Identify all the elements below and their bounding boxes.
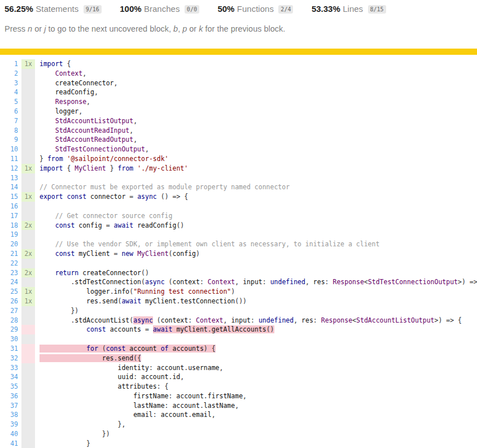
line-number-link[interactable]: 8 bbox=[0, 126, 21, 136]
line-number-link[interactable]: 6 bbox=[0, 107, 21, 116]
line-number-link[interactable]: 10 bbox=[0, 145, 21, 154]
line-number-link[interactable]: 19 bbox=[0, 230, 21, 240]
line-number-link[interactable]: 1 bbox=[0, 59, 21, 69]
token-pln bbox=[40, 127, 55, 134]
token-typ: StdAccountReadInput bbox=[55, 127, 130, 134]
line-number-link[interactable]: 14 bbox=[0, 182, 21, 192]
token-pun: : bbox=[149, 364, 153, 372]
code-line: return createConnector() bbox=[40, 268, 477, 278]
line-coverage-cell bbox=[21, 202, 35, 211]
line-coverage-cell bbox=[21, 79, 35, 88]
line-number-link[interactable]: 34 bbox=[0, 372, 21, 382]
token-pln bbox=[317, 316, 321, 324]
line-number-link[interactable]: 23 bbox=[0, 268, 21, 278]
token-pln bbox=[114, 164, 118, 172]
line-number-link[interactable]: 3 bbox=[0, 79, 21, 88]
code-line: } bbox=[40, 439, 477, 448]
line-hit-count: 1x bbox=[21, 59, 35, 69]
token-pln: res bbox=[309, 278, 325, 286]
source-code-column: import { Context, createConnector, readC… bbox=[35, 59, 477, 448]
token-pun: { bbox=[67, 60, 71, 68]
token-pln bbox=[149, 325, 153, 333]
token-kwd: return bbox=[55, 269, 79, 277]
token-kwd: await bbox=[114, 221, 134, 229]
token-pln bbox=[161, 382, 165, 390]
line-number-link[interactable]: 15 bbox=[0, 192, 21, 202]
line-coverage-cell bbox=[21, 88, 35, 97]
line-number-link[interactable]: 25 bbox=[0, 287, 21, 297]
line-number-link[interactable]: 9 bbox=[0, 135, 21, 145]
token-pun: : bbox=[251, 316, 255, 324]
line-number-link[interactable]: 5 bbox=[0, 97, 21, 107]
token-pun: : bbox=[262, 278, 266, 286]
line-number-link[interactable]: 27 bbox=[0, 306, 21, 316]
line-number-link[interactable]: 39 bbox=[0, 420, 21, 429]
keyboard-hint: Press n or j to go to the next uncovered… bbox=[5, 24, 471, 33]
line-number-link[interactable]: 38 bbox=[0, 410, 21, 420]
line-number-link[interactable]: 33 bbox=[0, 363, 21, 373]
token-pln: createConnector bbox=[40, 79, 114, 87]
line-coverage-cell bbox=[21, 392, 35, 401]
line-number-link[interactable]: 16 bbox=[0, 202, 21, 211]
line-number-link[interactable]: 40 bbox=[0, 429, 21, 439]
line-number-link[interactable]: 22 bbox=[0, 259, 21, 268]
token-typ: MyClient bbox=[137, 250, 168, 258]
token-pln bbox=[40, 440, 86, 447]
line-number-link[interactable]: 41 bbox=[0, 439, 21, 448]
line-number-link[interactable]: 32 bbox=[0, 354, 21, 363]
functions-percentage: 50% bbox=[217, 4, 234, 14]
code-line: }, bbox=[40, 420, 477, 429]
uncovered-statement: ({ bbox=[133, 354, 141, 362]
token-pln: firstName bbox=[208, 392, 243, 400]
code-line: // Use the vendor SDK, or implement own … bbox=[40, 240, 477, 249]
code-line: StdTestConnectionOutput, bbox=[40, 145, 477, 154]
token-pun: , bbox=[305, 278, 309, 286]
uncovered-statement: for bbox=[86, 345, 98, 353]
line-coverage-cell bbox=[21, 182, 35, 192]
shortcut-key: p bbox=[182, 24, 187, 33]
line-number-link[interactable]: 4 bbox=[0, 88, 21, 97]
line-number-link[interactable]: 31 bbox=[0, 344, 21, 354]
line-coverage-cell bbox=[21, 382, 35, 392]
token-pln bbox=[266, 278, 270, 286]
token-pln: id bbox=[172, 373, 180, 381]
branches-fraction-badge: 0/0 bbox=[185, 5, 199, 14]
metric-branches: 100% Branches 0/0 bbox=[120, 4, 199, 14]
line-number-link[interactable]: 37 bbox=[0, 401, 21, 411]
line-number-link[interactable]: 20 bbox=[0, 240, 21, 249]
line-number-link[interactable]: 7 bbox=[0, 116, 21, 126]
line-number-link[interactable]: 35 bbox=[0, 382, 21, 392]
token-pln: uuid bbox=[40, 373, 133, 381]
token-pln bbox=[40, 278, 71, 286]
token-typ: StdAccountListOutput bbox=[356, 316, 434, 324]
line-number-link[interactable]: 13 bbox=[0, 173, 21, 183]
line-number-link[interactable]: 24 bbox=[0, 277, 21, 287]
line-number-link[interactable]: 2 bbox=[0, 69, 21, 79]
line-number-link[interactable]: 36 bbox=[0, 392, 21, 401]
line-coverage-cell bbox=[21, 420, 35, 429]
uncovered-statement: res bbox=[40, 354, 114, 362]
line-number-link[interactable]: 17 bbox=[0, 211, 21, 221]
code-line: identity: account.username, bbox=[40, 363, 477, 373]
line-number-link[interactable]: 30 bbox=[0, 334, 21, 344]
metric-lines: 53.33% Lines 8/15 bbox=[312, 4, 386, 14]
token-com: // Get connector source config bbox=[40, 212, 172, 220]
line-coverage-cell bbox=[21, 69, 35, 79]
token-typ: StdTestConnectionOutput bbox=[368, 278, 458, 286]
token-pun: : bbox=[313, 316, 317, 324]
line-number-link[interactable]: 28 bbox=[0, 316, 21, 325]
token-com: // Connector must be exported as module … bbox=[40, 183, 290, 191]
line-number-link[interactable]: 21 bbox=[0, 249, 21, 259]
line-hit-count: 1x bbox=[21, 287, 35, 297]
line-number-link[interactable]: 18 bbox=[0, 221, 21, 230]
line-number-link[interactable]: 12 bbox=[0, 164, 21, 173]
token-pun: }) bbox=[102, 430, 110, 438]
line-number-link[interactable]: 29 bbox=[0, 325, 21, 334]
line-coverage-cell bbox=[21, 306, 35, 316]
line-number-link[interactable]: 11 bbox=[0, 154, 21, 164]
code-line bbox=[40, 173, 477, 183]
token-pln: account bbox=[172, 392, 203, 400]
token-pln: readConfig bbox=[133, 221, 176, 229]
line-number-link[interactable]: 26 bbox=[0, 297, 21, 306]
token-pln: readConfig bbox=[40, 88, 94, 96]
